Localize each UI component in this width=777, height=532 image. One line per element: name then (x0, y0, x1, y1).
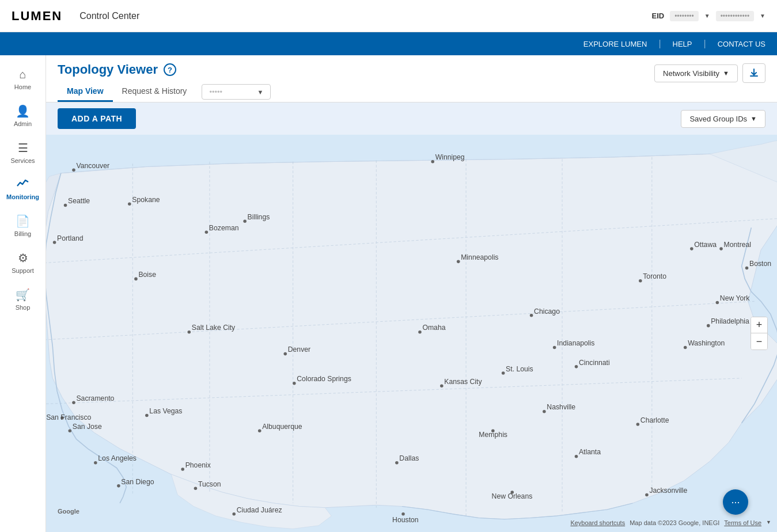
tab-dropdown[interactable]: ••••• ▼ (202, 84, 271, 100)
user-chevron-icon[interactable]: ▼ (760, 13, 765, 19)
svg-text:Dallas: Dallas (399, 454, 419, 462)
monitoring-icon (17, 178, 29, 191)
nav-sep-1: | (658, 39, 661, 49)
svg-text:Chicago: Chicago (534, 307, 560, 316)
contact-us-link[interactable]: CONTACT US (718, 40, 765, 48)
svg-point-99 (639, 279, 642, 283)
sidebar-item-home[interactable]: ⌂ Home (0, 61, 46, 97)
svg-text:Charlotte: Charlotte (640, 416, 669, 424)
svg-text:Los Angeles: Los Angeles (98, 454, 137, 462)
svg-point-89 (645, 493, 649, 497)
svg-point-39 (258, 429, 261, 432)
help-icon[interactable]: ? (164, 63, 176, 76)
svg-text:Phoenix: Phoenix (185, 461, 211, 469)
tab-dropdown-value: ••••• (209, 88, 222, 96)
map-attribution: Keyboard shortcuts Map data ©2023 Google… (570, 519, 771, 526)
chat-bubble[interactable]: ··· (723, 489, 748, 515)
svg-text:Boston: Boston (749, 260, 771, 268)
svg-text:Billings: Billings (248, 213, 270, 221)
sidebar-label-support: Support (12, 267, 34, 274)
support-icon: ⚙ (18, 251, 28, 265)
svg-point-41 (181, 468, 184, 471)
page-title-row: Topology Viewer ? (58, 62, 271, 77)
tab-request-history[interactable]: Request & History (113, 82, 196, 102)
services-icon: ☰ (18, 141, 28, 155)
svg-text:Philadelphia: Philadelphia (711, 317, 749, 325)
keyboard-shortcuts[interactable]: Keyboard shortcuts (570, 519, 625, 526)
billing-icon: 📄 (16, 214, 30, 228)
svg-text:New Orleans: New Orleans (492, 492, 533, 500)
svg-point-35 (283, 352, 287, 356)
svg-point-95 (716, 301, 719, 305)
logo: LUMEN Control Center (12, 9, 139, 24)
svg-text:Tucson: Tucson (198, 480, 221, 488)
svg-point-81 (543, 410, 546, 413)
saved-group-ids-label: Saved Group IDs (689, 115, 747, 123)
sidebar-item-services[interactable]: ☰ Services (0, 134, 46, 171)
sidebar-label-shop: Shop (16, 304, 31, 311)
svg-text:Colorado Springs: Colorado Springs (297, 375, 351, 383)
svg-text:Toronto: Toronto (643, 272, 666, 280)
svg-point-67 (457, 260, 460, 264)
network-visibility-chevron-icon: ▼ (723, 70, 729, 77)
svg-point-23 (128, 202, 131, 206)
chat-icon: ··· (731, 496, 740, 508)
eid-chevron-icon[interactable]: ▼ (704, 13, 710, 19)
map-container[interactable]: Vancouver Seattle Spokane Portland Bozem… (46, 135, 777, 532)
saved-group-ids-button[interactable]: Saved Group IDs ▼ (681, 110, 765, 128)
svg-point-85 (636, 423, 640, 426)
sidebar-label-services: Services (10, 157, 35, 164)
svg-point-97 (745, 267, 749, 270)
svg-point-25 (53, 241, 56, 244)
svg-text:Montreal: Montreal (723, 241, 751, 249)
download-button[interactable] (742, 63, 765, 83)
zoom-in-button[interactable]: + (751, 317, 767, 333)
svg-text:Spokane: Spokane (132, 196, 160, 204)
sidebar-label-billing: Billing (14, 230, 31, 237)
shop-icon: 🛒 (16, 288, 30, 302)
help-link[interactable]: HELP (673, 40, 692, 48)
svg-text:Boise: Boise (138, 271, 156, 279)
terms-of-use[interactable]: Terms of Use (724, 519, 761, 526)
header-right: EID •••••••• ▼ •••••••••••• ▼ (651, 11, 765, 21)
network-visibility-button[interactable]: Network Visibility ▼ (654, 64, 738, 82)
toolbar-right: Saved Group IDs ▼ (681, 110, 765, 128)
google-watermark: Google (58, 508, 79, 515)
svg-text:Indianapolis: Indianapolis (557, 339, 594, 347)
sidebar-label-home: Home (14, 83, 31, 90)
svg-point-61 (401, 512, 405, 516)
tabs-row: Map View Request & History ••••• ▼ (58, 82, 271, 102)
explore-lumen-link[interactable]: EXPLORE LUMEN (583, 40, 647, 48)
svg-point-43 (194, 487, 198, 491)
page-header: Topology Viewer ? Map View Request & His… (46, 55, 777, 102)
svg-point-83 (575, 455, 578, 458)
content-area: Topology Viewer ? Map View Request & His… (46, 55, 777, 532)
sidebar-item-monitoring[interactable]: Monitoring (0, 171, 46, 207)
zoom-controls: + − (751, 317, 768, 350)
svg-point-77 (502, 371, 505, 375)
terms-arrow-icon: ▼ (766, 519, 771, 526)
toolbar-row: ADD A PATH Saved Group IDs ▼ (46, 102, 777, 135)
sidebar-item-support[interactable]: ⚙ Support (0, 244, 46, 281)
title-area: Topology Viewer ? Map View Request & His… (58, 62, 271, 102)
svg-point-19 (72, 168, 75, 172)
tab-map-view[interactable]: Map View (58, 82, 113, 102)
sidebar-item-shop[interactable]: 🛒 Shop (0, 281, 46, 318)
svg-text:Minneapolis: Minneapolis (461, 253, 498, 261)
svg-text:Washington: Washington (688, 339, 725, 347)
svg-point-101 (690, 247, 693, 250)
sidebar: ⌂ Home 👤 Admin ☰ Services Monitoring 📄 B… (0, 55, 46, 532)
svg-point-63 (440, 384, 444, 387)
sidebar-item-admin[interactable]: 👤 Admin (0, 97, 46, 134)
sidebar-label-admin: Admin (14, 120, 32, 127)
svg-text:Las Vegas: Las Vegas (149, 407, 182, 415)
saved-group-chevron-icon: ▼ (751, 115, 757, 122)
add-path-button[interactable]: ADD A PATH (58, 108, 136, 129)
map-data: Map data ©2023 Google, INEGI (630, 519, 719, 526)
svg-point-31 (134, 278, 138, 281)
sidebar-item-billing[interactable]: 📄 Billing (0, 207, 46, 244)
zoom-out-button[interactable]: − (751, 333, 767, 349)
svg-text:Houston: Houston (392, 516, 419, 524)
svg-point-73 (553, 346, 556, 349)
page-title: Topology Viewer (58, 62, 158, 77)
